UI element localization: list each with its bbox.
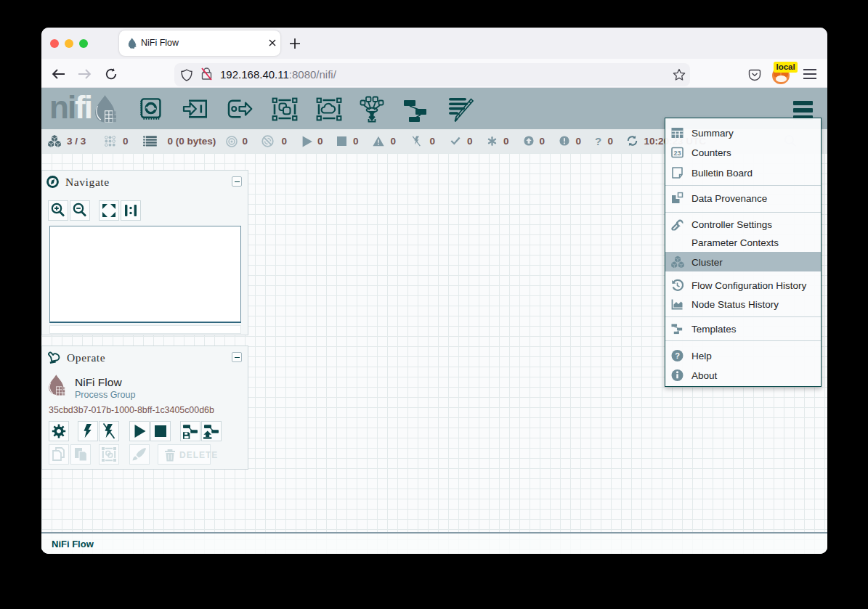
svg-text:?: ? — [675, 351, 680, 360]
svg-text:23: 23 — [673, 150, 681, 157]
